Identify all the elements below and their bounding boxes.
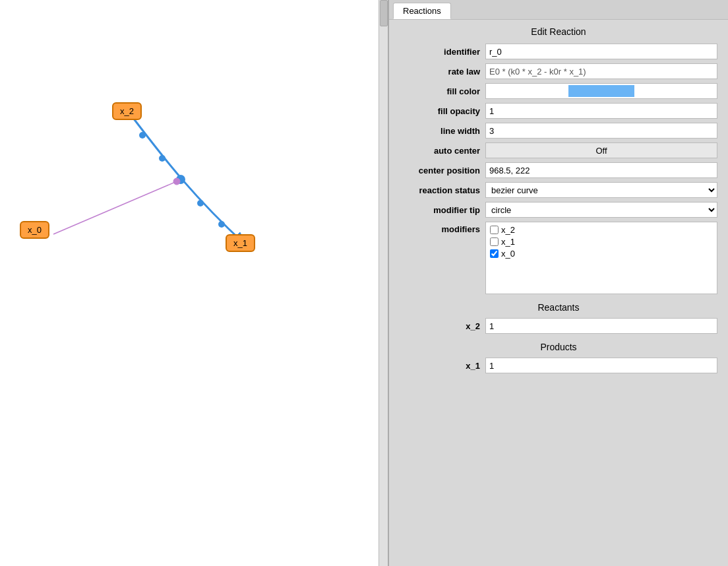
- identifier-input[interactable]: [485, 44, 717, 59]
- modifier-label-x1: x_1: [501, 237, 515, 247]
- products-title: Products: [400, 342, 717, 352]
- node-x1[interactable]: x_1: [226, 234, 255, 252]
- fill-color-label: fill color: [400, 86, 485, 96]
- center-position-label: center position: [400, 166, 485, 175]
- rate-law-label: rate law: [400, 67, 485, 77]
- auto-center-toggle[interactable]: Off: [485, 142, 717, 158]
- reaction-status-label: reaction status: [400, 185, 485, 195]
- canvas-scrollbar[interactable]: [379, 0, 388, 566]
- modifiers-box: x_2 x_1 x_0: [485, 222, 717, 294]
- bezier-dot: [139, 132, 146, 139]
- node-x2[interactable]: x_2: [112, 102, 142, 120]
- tab-bar: Reactions: [389, 0, 728, 20]
- auto-center-label: auto center: [400, 146, 485, 156]
- reactant-x2-label: x_2: [400, 321, 485, 331]
- auto-center-row: auto center Off: [400, 142, 717, 158]
- edit-reaction-section: Edit Reaction identifier rate law fill c…: [389, 20, 728, 384]
- reactants-title: Reactants: [400, 302, 717, 313]
- node-x1-label: x_1: [233, 238, 247, 248]
- reaction-arrow: [131, 115, 245, 244]
- modifiers-label: modifiers: [400, 222, 485, 234]
- product-x1-input[interactable]: [485, 358, 717, 373]
- canvas-scrollbar-thumb[interactable]: [380, 0, 388, 26]
- modifiers-row: modifiers x_2 x_1 x_0: [400, 222, 717, 294]
- fill-opacity-label: fill opacity: [400, 106, 485, 116]
- canvas-area: x_2 x_1 x_0: [0, 0, 389, 566]
- bezier-center-dot[interactable]: [176, 175, 185, 184]
- rate-law-input[interactable]: [485, 63, 717, 79]
- modifier-endpoint: [173, 178, 180, 185]
- modifier-label-x0: x_0: [501, 249, 515, 259]
- line-width-row: line width: [400, 123, 717, 139]
- rate-law-row: rate law: [400, 63, 717, 79]
- product-x1-label: x_1: [400, 361, 485, 371]
- modifier-line: [53, 181, 177, 234]
- modifier-item-x0: x_0: [490, 249, 713, 259]
- product-x1-row: x_1: [400, 358, 717, 373]
- reactant-x2-row: x_2: [400, 318, 717, 334]
- center-position-input[interactable]: [485, 162, 717, 178]
- modifier-checkbox-x2[interactable]: [490, 226, 499, 234]
- reaction-status-select[interactable]: bezier curve straight line arc: [485, 182, 717, 198]
- reaction-status-row: reaction status bezier curve straight li…: [400, 182, 717, 198]
- modifier-item-x2: x_2: [490, 225, 713, 235]
- fill-opacity-row: fill opacity: [400, 103, 717, 119]
- node-x0[interactable]: x_0: [20, 221, 49, 239]
- fill-color-wrapper[interactable]: [485, 83, 717, 99]
- modifier-tip-row: modifier tip circle square diamond: [400, 202, 717, 218]
- modifier-tip-label: modifier tip: [400, 205, 485, 215]
- reactant-x2-input[interactable]: [485, 318, 717, 334]
- bezier-dot: [159, 155, 166, 162]
- modifier-tip-select[interactable]: circle square diamond: [485, 202, 717, 218]
- center-position-row: center position: [400, 162, 717, 178]
- canvas-svg: [0, 0, 388, 566]
- fill-opacity-input[interactable]: [485, 103, 717, 119]
- line-width-input[interactable]: [485, 123, 717, 139]
- fill-color-row: fill color: [400, 83, 717, 99]
- modifier-checkbox-x0[interactable]: [490, 249, 499, 258]
- identifier-row: identifier: [400, 44, 717, 59]
- bezier-dot: [197, 200, 204, 206]
- identifier-label: identifier: [400, 47, 485, 57]
- fill-color-swatch[interactable]: [568, 85, 634, 97]
- node-x2-label: x_2: [120, 106, 134, 116]
- modifier-label-x2: x_2: [501, 225, 515, 235]
- modifier-checkbox-x1[interactable]: [490, 237, 499, 246]
- modifier-item-x1: x_1: [490, 237, 713, 247]
- right-panel: Reactions Edit Reaction identifier rate …: [389, 0, 728, 566]
- reactions-tab[interactable]: Reactions: [393, 3, 451, 19]
- node-x0-label: x_0: [28, 225, 42, 235]
- line-width-label: line width: [400, 126, 485, 136]
- edit-reaction-title: Edit Reaction: [400, 26, 717, 37]
- bezier-dot: [218, 221, 225, 228]
